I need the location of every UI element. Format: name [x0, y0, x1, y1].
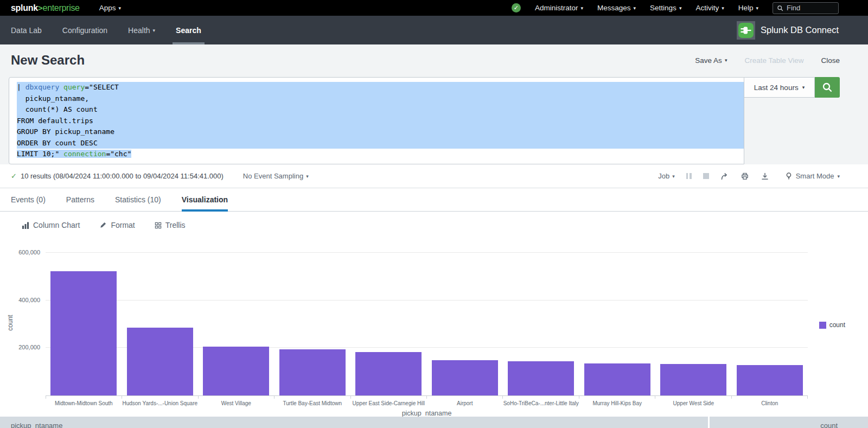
results-check-icon: ✓: [11, 172, 17, 180]
caret-down-icon: ▾: [756, 5, 758, 11]
caret-down-icon: ▾: [581, 5, 584, 11]
nav-item-label: Health: [128, 26, 150, 35]
legend-item[interactable]: count: [819, 321, 845, 329]
menu-settings[interactable]: Settings▾: [650, 4, 681, 12]
topbar-right: ✓ Administrator▾Messages▾Settings▾Activi…: [512, 2, 839, 14]
trellis-grid-icon: [155, 222, 162, 229]
run-search-button[interactable]: [815, 77, 840, 98]
query-line: FROM default.trips: [17, 116, 744, 127]
chart-bar-murray-hill-kips-bay[interactable]: [584, 363, 650, 395]
caret-down-icon: ▾: [802, 85, 805, 90]
chart-column: [655, 364, 732, 395]
nav-item-health[interactable]: Health▾: [128, 16, 155, 44]
find-input[interactable]: [787, 4, 833, 12]
x-tick-label: Upper East Side-Carnegie Hill: [350, 400, 427, 406]
nav-item-configuration[interactable]: Configuration: [62, 16, 107, 44]
search-icon: [777, 5, 783, 11]
trellis-label: Trellis: [165, 221, 186, 229]
pencil-icon: [99, 221, 107, 229]
chart-type-button[interactable]: Column Chart: [22, 221, 80, 229]
chart-type-label: Column Chart: [33, 221, 80, 229]
job-controls: Job ▾ Smart Mode ▾: [658, 172, 840, 181]
chart-bar-airport[interactable]: [432, 360, 498, 395]
query-text: GROUP BY pickup_ntaname: [17, 127, 114, 136]
print-button[interactable]: [741, 172, 749, 181]
pause-button[interactable]: [686, 173, 692, 179]
share-button[interactable]: [720, 172, 729, 181]
menu-label: Help: [738, 4, 754, 12]
menu-messages[interactable]: Messages▾: [597, 4, 636, 12]
search-mode-dropdown[interactable]: Smart Mode ▾: [785, 172, 840, 180]
close-button[interactable]: Close: [821, 56, 840, 65]
chart-bar-west-village[interactable]: [203, 347, 269, 395]
search-status-row: ✓ 10 results (08/04/2024 11:00:00.000 to…: [0, 164, 868, 188]
chart-column: [46, 271, 122, 395]
logo-brand: splunk: [11, 3, 38, 13]
search-section: | dbxquery query="SELECT pickup_ntaname,…: [0, 76, 868, 164]
trellis-button[interactable]: Trellis: [155, 221, 186, 229]
x-tick-label: SoHo-TriBeCa-...nter-Little Italy: [503, 400, 579, 406]
nav-item-data-lab[interactable]: Data Lab: [11, 16, 42, 44]
query-text: count(*) AS count: [17, 105, 98, 113]
time-range-picker[interactable]: Last 24 hours ▾: [744, 77, 815, 98]
y-tick-label: 600,000: [0, 249, 40, 255]
header-actions: Save As ▾ Create Table View Close: [695, 56, 840, 65]
chart-plot: [46, 241, 808, 396]
query-line: GROUP BY pickup_ntaname: [17, 126, 744, 138]
caret-down-icon: ▾: [306, 174, 309, 179]
x-tick-label: Murray Hill-Kips Bay: [579, 400, 656, 406]
nav-item-search[interactable]: Search: [176, 16, 201, 44]
menu-administrator[interactable]: Administrator▾: [535, 4, 583, 12]
app-nav-items: Data LabConfigurationHealth▾Search: [11, 16, 201, 44]
x-tick-label: Turtle Bay-East Midtown: [275, 400, 351, 406]
chart-column: [732, 365, 808, 395]
x-axis-labels: Midtown-Midtown SouthHudson Yards-...-Un…: [46, 399, 808, 406]
db-connect-plug-icon: [737, 21, 755, 40]
menu-label: Messages: [597, 4, 631, 12]
chart-column: [122, 328, 199, 395]
apps-label: Apps: [99, 4, 116, 12]
chart-column: [350, 352, 427, 395]
apps-menu[interactable]: Apps ▾: [99, 4, 121, 12]
chart-bar-hudson-yards-union-square[interactable]: [127, 328, 193, 395]
stop-button[interactable]: [703, 173, 709, 179]
chart-bar-soho-tribeca-nter-little-italy[interactable]: [508, 361, 574, 395]
create-table-view-button[interactable]: Create Table View: [744, 56, 803, 65]
tab-patterns[interactable]: Patterns: [66, 188, 94, 211]
save-as-label: Save As: [695, 56, 722, 65]
caret-down-icon: ▾: [679, 5, 682, 11]
selection-highlight: FROM default.trips: [17, 116, 744, 127]
chart-bar-upper-west-side[interactable]: [660, 364, 726, 395]
event-sampling-dropdown[interactable]: No Event Sampling ▾: [243, 172, 309, 180]
format-button[interactable]: Format: [99, 221, 135, 229]
menu-label: Activity: [695, 4, 719, 12]
export-button[interactable]: [761, 172, 769, 181]
tab-visualization[interactable]: Visualization: [182, 188, 228, 211]
query-line: | dbxquery query="SELECT: [17, 82, 744, 93]
splunk-logo: splunk>enterprise: [11, 3, 80, 13]
caret-down-icon: ▾: [672, 174, 675, 179]
chart-bar-midtown-midtown-south[interactable]: [50, 271, 117, 395]
legend-swatch-icon: [819, 322, 826, 329]
selection-highlight: pickup_ntaname,: [17, 93, 744, 105]
search-query-editor[interactable]: | dbxquery query="SELECT pickup_ntaname,…: [9, 77, 744, 164]
chart-bar-upper-east-side-carnegie-hill[interactable]: [355, 352, 422, 395]
health-check-icon: ✓: [512, 3, 521, 12]
column-header-pickup-ntaname[interactable]: pickup_ntaname: [0, 417, 708, 428]
sampling-label: No Event Sampling: [243, 172, 303, 180]
tab-statistics-10[interactable]: Statistics (10): [115, 188, 161, 211]
find-search-box[interactable]: [773, 2, 839, 14]
logo-gt: >: [38, 3, 43, 12]
tab-events-0[interactable]: Events (0): [11, 188, 46, 211]
query-text: LIMIT 10;": [17, 150, 63, 158]
job-menu[interactable]: Job ▾: [658, 172, 675, 180]
menu-label: Settings: [650, 4, 676, 12]
column-header-count[interactable]: count: [708, 417, 868, 428]
chart-column: [275, 349, 351, 395]
menu-help[interactable]: Help▾: [738, 4, 758, 12]
query-text: dbxquery: [25, 83, 60, 91]
chart-bar-clinton[interactable]: [737, 365, 803, 395]
save-as-button[interactable]: Save As ▾: [695, 56, 727, 65]
menu-activity[interactable]: Activity▾: [695, 4, 724, 12]
chart-bar-turtle-bay-east-midtown[interactable]: [279, 349, 346, 395]
